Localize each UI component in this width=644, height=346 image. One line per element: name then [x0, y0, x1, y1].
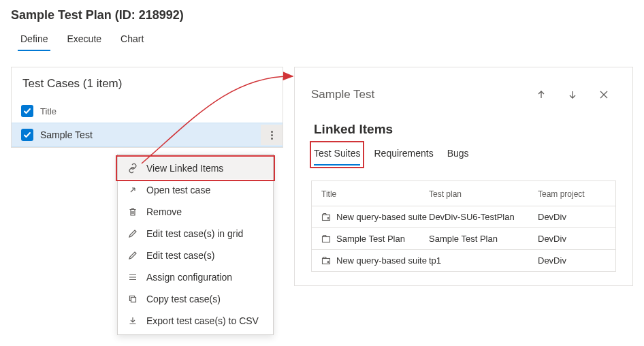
- pencil-icon: [127, 228, 138, 239]
- svg-rect-0: [131, 298, 136, 302]
- col-title: Title: [321, 189, 429, 199]
- column-title-header: Title: [40, 106, 273, 116]
- close-button[interactable]: [592, 82, 616, 107]
- tab-requirements[interactable]: Requirements: [374, 145, 433, 164]
- linked-items-heading: Linked Items: [295, 115, 632, 140]
- open-icon: [127, 185, 138, 195]
- table-row[interactable]: New query-based suite DevDiv-SU6-TestPla…: [312, 206, 615, 227]
- suite-project: DevDiv: [538, 255, 606, 266]
- suite-plan: Sample Test Plan: [429, 234, 538, 244]
- panel-title: Sample Test: [311, 88, 522, 101]
- suite-title: New query-based suite: [336, 255, 427, 266]
- download-icon: [127, 315, 138, 326]
- suite-project: DevDiv: [538, 212, 606, 222]
- col-project: Team project: [538, 189, 606, 199]
- table-row[interactable]: Sample Test: [12, 123, 283, 147]
- tab-bugs[interactable]: Bugs: [447, 145, 469, 164]
- menu-label: View Linked Items: [146, 163, 223, 174]
- menu-open-test-case[interactable]: Open test case: [118, 179, 273, 201]
- next-button[interactable]: [560, 82, 585, 107]
- page-title: Sample Test Plan (ID: 218992): [0, 0, 644, 28]
- pencil-icon: [127, 250, 138, 261]
- menu-label: Assign configuration: [146, 272, 232, 283]
- menu-remove[interactable]: Remove: [118, 201, 273, 223]
- svg-rect-2: [323, 236, 330, 242]
- menu-assign-configuration[interactable]: Assign configuration: [118, 266, 273, 288]
- suite-title: Sample Test Plan: [336, 234, 405, 244]
- menu-edit-test-cases[interactable]: Edit test case(s): [118, 245, 273, 266]
- tab-execute[interactable]: Execute: [57, 28, 111, 51]
- menu-label: Copy test case(s): [146, 294, 221, 304]
- suite-plan: DevDiv-SU6-TestPlan: [429, 212, 538, 222]
- menu-label: Edit test case(s) in grid: [146, 228, 243, 239]
- menu-label: Open test case: [146, 185, 210, 195]
- more-icon: [271, 131, 273, 140]
- list-icon: [127, 272, 138, 283]
- menu-label: Remove: [146, 206, 182, 217]
- panel-header: Sample Test: [295, 67, 632, 115]
- suite-title: New query-based suite: [336, 212, 427, 222]
- table-row[interactable]: New query-based suite tp1 DevDiv: [312, 249, 615, 271]
- more-actions-button[interactable]: [261, 125, 283, 145]
- query-suite-icon: [321, 213, 331, 222]
- select-all-checkbox[interactable]: [21, 105, 33, 117]
- context-menu: View Linked Items Open test case Remove …: [117, 154, 274, 335]
- query-suite-icon: [321, 256, 331, 266]
- row-checkbox[interactable]: [21, 129, 33, 141]
- tab-define[interactable]: Define: [11, 28, 57, 51]
- table-header-row: Title Test plan Team project: [312, 181, 615, 206]
- menu-label: Export test case(s) to CSV: [146, 315, 259, 326]
- test-cases-title: Test Cases (1 item): [12, 67, 283, 99]
- prev-button[interactable]: [529, 82, 553, 107]
- linked-items-table: Title Test plan Team project New query-b…: [311, 180, 616, 272]
- tab-chart[interactable]: Chart: [111, 28, 153, 51]
- suite-project: DevDiv: [538, 234, 606, 244]
- menu-export-csv[interactable]: Export test case(s) to CSV: [118, 310, 273, 332]
- table-row[interactable]: Sample Test Plan Sample Test Plan DevDiv: [312, 227, 615, 249]
- test-cases-header-row: Title: [12, 99, 283, 123]
- main-tabs: Define Execute Chart: [0, 28, 644, 52]
- menu-copy-test-cases[interactable]: Copy test case(s): [118, 288, 273, 310]
- test-cases-panel: Test Cases (1 item) Title Sample Test: [11, 67, 283, 148]
- menu-view-linked-items[interactable]: View Linked Items: [118, 157, 273, 179]
- static-suite-icon: [321, 234, 331, 244]
- menu-edit-grid[interactable]: Edit test case(s) in grid: [118, 223, 273, 245]
- copy-icon: [127, 294, 138, 304]
- linked-items-panel: Sample Test Linked Items Test Suites Req…: [294, 67, 633, 286]
- tab-test-suites[interactable]: Test Suites: [314, 145, 360, 164]
- menu-label: Edit test case(s): [146, 250, 214, 261]
- col-plan: Test plan: [429, 189, 538, 199]
- trash-icon: [127, 206, 138, 217]
- row-title: Sample Test: [40, 129, 254, 140]
- linked-tabs: Test Suites Requirements Bugs: [295, 140, 632, 164]
- suite-plan: tp1: [429, 255, 538, 266]
- link-icon: [127, 163, 138, 174]
